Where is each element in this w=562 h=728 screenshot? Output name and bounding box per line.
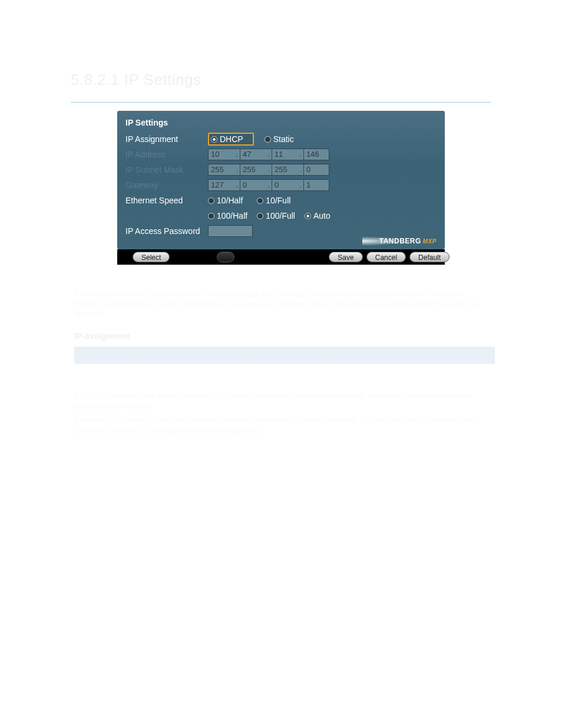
definitions-table: DHCP (Dynamic Host Configuration Protoco… — [74, 347, 495, 381]
radio-dhcp[interactable]: DHCP — [211, 134, 243, 144]
panel-title: IP Settings — [125, 118, 168, 127]
radio-static[interactable]: Static — [265, 134, 294, 144]
section-heading: 5.8.2.1 IP Settings — [71, 71, 491, 89]
ip-octet: 1 — [303, 179, 329, 191]
brand-logo: TANDBERG MXP — [362, 236, 437, 246]
radio-label: 100/Half — [217, 211, 247, 220]
horizontal-rule — [71, 102, 491, 103]
ip-access-password-input[interactable] — [208, 225, 253, 237]
def-value: (Dynamic Host Configuration Protocol) ca… — [117, 347, 495, 364]
subheading-ip-assignment: IP-assignment — [74, 331, 488, 341]
radio-100-half[interactable]: 100/Half — [208, 211, 247, 220]
ip-octet: 255 — [208, 164, 234, 176]
note-paragraph: Changes in IP Settings menu will not hav… — [74, 415, 488, 436]
def-key: DHCP — [74, 347, 117, 364]
def-key: Static — [74, 364, 117, 381]
label-ethernet-speed: Ethernet Speed — [125, 196, 208, 205]
default-button[interactable]: Default — [409, 252, 449, 262]
label-ip-address: IP Address — [125, 150, 208, 159]
brand-name: TANDBERG — [379, 237, 421, 245]
radio-dot-icon — [257, 213, 263, 219]
ip-octet: 0 — [272, 179, 297, 191]
radio-label: Auto — [313, 211, 330, 220]
radio-auto[interactable]: Auto — [305, 211, 330, 220]
label-subnet-mask: IP Subnet Mask — [125, 165, 208, 174]
radio-label: Static — [273, 134, 294, 144]
label-gateway: Gateway — [125, 180, 208, 190]
radio-label: 100/Full — [266, 211, 295, 220]
subnet-mask-field: 255. 255. 255. 0 — [208, 164, 329, 176]
radio-label: 10/Half — [217, 196, 243, 205]
ip-settings-panel: IP Settings IP Assignment DHCP Static — [117, 111, 445, 265]
ip-octet: 47 — [240, 149, 266, 160]
radio-dot-icon — [305, 213, 311, 219]
save-button[interactable]: Save — [329, 252, 362, 262]
radio-dot-icon — [208, 213, 214, 219]
radio-dot-icon — [257, 197, 263, 204]
ip-octet: 255 — [240, 164, 266, 176]
note-paragraph: If DHCP is selected, the fields IP-addre… — [74, 391, 488, 411]
radio-dhcp-highlighted[interactable]: DHCP — [208, 133, 254, 146]
radio-10-full[interactable]: 10/Full — [257, 196, 290, 205]
ip-octet: 146 — [303, 149, 329, 160]
radio-dot-icon — [211, 136, 217, 143]
gateway-field: 127. 0. 0. 1 — [208, 179, 329, 191]
select-button[interactable]: Select — [133, 252, 170, 262]
brand-suffix: MXP — [423, 238, 437, 245]
radio-10-half[interactable]: 10/Half — [208, 196, 243, 205]
radio-dot-icon — [265, 136, 271, 143]
radio-100-full[interactable]: 100/Full — [257, 211, 295, 220]
blank-button[interactable] — [217, 252, 234, 262]
radio-dot-icon — [208, 197, 214, 204]
ip-octet: 11 — [272, 149, 297, 160]
label-ip-assignment: IP Assignment — [125, 134, 208, 144]
ip-octet: 255 — [272, 164, 297, 176]
radio-label: 10/Full — [266, 196, 290, 205]
ip-octet: 127 — [208, 179, 234, 191]
ip-address-field: 10. 47. 11. 146 — [208, 149, 329, 160]
button-bar: Select Save Cancel Default — [117, 249, 445, 265]
label-ip-access-password: IP Access Password — [125, 226, 208, 236]
cancel-button[interactable]: Cancel — [366, 252, 406, 262]
radio-label: DHCP — [220, 134, 243, 144]
ip-octet: 0 — [303, 164, 329, 176]
ip-octet: 0 — [240, 179, 266, 191]
ip-octet: 10 — [208, 149, 234, 160]
intro-paragraph: Remember to restart the system after mak… — [74, 288, 488, 319]
def-value: Static must be selected if no DHCP serve… — [117, 364, 495, 381]
